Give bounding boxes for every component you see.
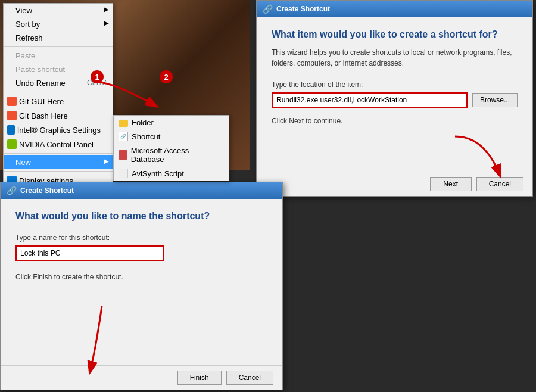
dialog-top-description: This wizard helps you to create shortcut… xyxy=(272,47,518,69)
dialog-bottom-title: Create Shortcut xyxy=(20,186,74,195)
separator-4 xyxy=(4,171,113,172)
dialog-top-hint: Click Next to continue. xyxy=(272,117,518,125)
avisynth-icon xyxy=(119,169,128,178)
dialog-top-heading: What item would you like to create a sho… xyxy=(272,29,518,40)
bottom-cancel-button[interactable]: Cancel xyxy=(226,371,273,385)
context-menu-nvidia[interactable]: NVIDIA Control Panel xyxy=(4,137,113,151)
folder-icon xyxy=(119,120,128,127)
dialog-bottom-title-icon: 🔗 xyxy=(7,186,17,195)
new-submenu: Folder 🔗 Shortcut Microsoft Access Datab… xyxy=(113,115,229,181)
context-menu-new[interactable]: New ▶ xyxy=(4,155,113,169)
git-icon xyxy=(7,97,17,106)
dialog-bottom-name-section: Type a name for this shortcut: xyxy=(15,234,267,261)
next-button[interactable]: Next xyxy=(430,177,472,191)
context-menu-paste[interactable]: Paste xyxy=(4,49,113,63)
dialog-create-shortcut-bottom: 🔗 Create Shortcut What would you like to… xyxy=(0,182,283,390)
top-cancel-button[interactable]: Cancel xyxy=(476,177,523,191)
nvidia-icon xyxy=(7,139,17,149)
context-menu-sort-by[interactable]: Sort by ▶ xyxy=(4,17,113,31)
shortcut-name-input[interactable] xyxy=(15,245,164,261)
finish-button[interactable]: Finish xyxy=(177,371,222,385)
dialog-top-input-row: Browse... xyxy=(272,92,518,108)
access-db-icon xyxy=(119,150,127,160)
dialog-bottom-titlebar: 🔗 Create Shortcut xyxy=(1,182,282,199)
dialog-top-footer: Next Cancel xyxy=(257,172,532,196)
dialog-top-location-label: Type the location of the item: xyxy=(272,80,518,89)
context-menu-view[interactable]: View ▶ xyxy=(4,4,113,17)
dialog-bottom-name-label: Type a name for this shortcut: xyxy=(15,234,267,242)
dialog-bottom-footer: Finish Cancel xyxy=(1,365,282,390)
context-menu-refresh[interactable]: Refresh xyxy=(4,31,113,45)
dialog-bottom-hint: Click Finish to create the shortcut. xyxy=(15,273,267,281)
arrow-step1 xyxy=(91,76,168,118)
shortcut-file-icon: 🔗 xyxy=(119,132,128,141)
intel-icon xyxy=(7,125,15,135)
dialog-top-body: What item would you like to create a sho… xyxy=(257,17,532,146)
dialog-bottom-body: What would you like to name the shortcut… xyxy=(1,199,282,302)
browse-button[interactable]: Browse... xyxy=(472,93,518,107)
name-input-container xyxy=(15,245,267,261)
location-input[interactable] xyxy=(272,92,468,108)
new-submenu-avisynth[interactable]: AviSynth Script xyxy=(114,166,229,181)
dialog-top-title: Create Shortcut xyxy=(276,5,330,13)
dialog-top-title-icon: 🔗 xyxy=(263,4,273,14)
new-submenu-access-db[interactable]: Microsoft Access Database xyxy=(114,144,229,166)
dialog-bottom-heading: What would you like to name the shortcut… xyxy=(15,211,267,222)
separator-3 xyxy=(4,153,113,154)
git-bash-icon xyxy=(7,111,17,120)
new-submenu-shortcut[interactable]: 🔗 Shortcut xyxy=(114,129,229,144)
dialog-top-titlebar: 🔗 Create Shortcut xyxy=(257,1,532,17)
dialog-create-shortcut-top: 🔗 Create Shortcut What item would you li… xyxy=(256,0,533,197)
separator-1 xyxy=(4,46,113,47)
context-menu-intel[interactable]: Intel® Graphics Settings xyxy=(4,123,113,137)
